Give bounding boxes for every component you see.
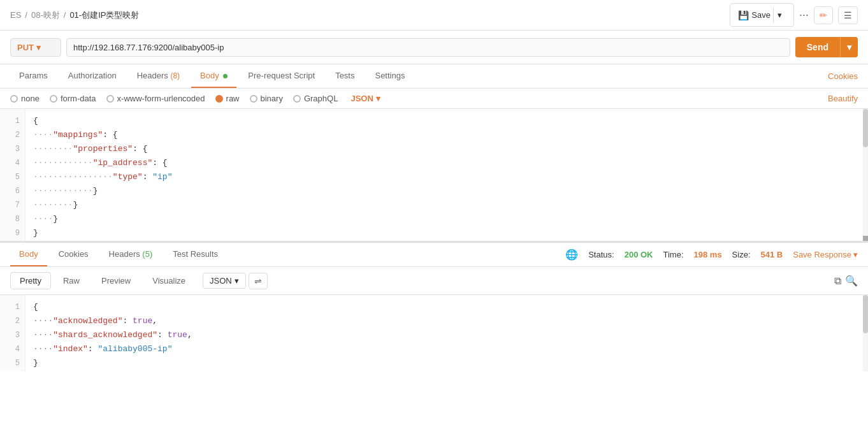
resp-code-content: { ····"acknowledged": true, ····"shards_… — [25, 295, 868, 372]
tab-params[interactable]: Params — [10, 64, 57, 88]
size-label: Size: — [732, 250, 751, 259]
body-type-binary[interactable]: binary — [250, 94, 283, 103]
code-line-3: ········"properties": { — [33, 142, 860, 156]
tab-settings[interactable]: Settings — [366, 64, 414, 88]
resp-line-4: ····"index": "alibaby005-ip" — [33, 342, 860, 356]
send-chevron[interactable]: ▾ — [840, 37, 858, 57]
more-button[interactable]: ··· — [799, 8, 809, 22]
search-response-button[interactable]: 🔍 — [845, 275, 858, 287]
body-type-none[interactable]: none — [10, 94, 40, 103]
method-chevron: ▾ — [36, 43, 41, 52]
save-response-chevron: ▾ — [853, 250, 858, 259]
url-input[interactable] — [66, 38, 790, 57]
radio-formdata — [50, 95, 57, 103]
save-response-label: Save Response — [793, 250, 851, 259]
beautify-button[interactable]: Beautify — [828, 94, 858, 103]
request-tabs: Params Authorization Headers (8) Body Pr… — [0, 64, 868, 89]
copy-response-button[interactable]: ⧉ — [834, 275, 841, 287]
resp-tab-cookies[interactable]: Cookies — [50, 243, 98, 266]
body-type-urlencoded[interactable]: x-www-form-urlencoded — [106, 94, 205, 103]
resp-tab-test-results[interactable]: Test Results — [164, 243, 227, 266]
json-format-select[interactable]: JSON ▾ — [351, 94, 380, 103]
wrap-button[interactable]: ⇌ — [249, 273, 268, 289]
radio-none — [10, 95, 18, 103]
resp-tab-body[interactable]: Body — [10, 243, 47, 266]
resp-view-raw[interactable]: Raw — [54, 272, 89, 289]
breadcrumb: ES / 08-映射 / 01-创建IP类型映射 — [10, 10, 139, 21]
top-actions: 💾 Save ▾ ··· ✏ ☰ — [730, 3, 858, 27]
scrollbar-thumb[interactable] — [863, 109, 868, 147]
resp-line-1: { — [33, 300, 860, 314]
body-types: none form-data x-www-form-urlencoded raw… — [0, 89, 868, 109]
time-value: 198 ms — [694, 250, 722, 259]
resp-scrollbar-track[interactable] — [863, 295, 868, 372]
resp-json-label: JSON — [210, 276, 232, 286]
status-label: Status: — [588, 250, 614, 259]
code-scroll[interactable]: 1 2 3 4 5 6 7 8 9 { ····"mappings": { ··… — [0, 109, 868, 241]
response-code-area: 1 2 3 4 5 { ····"acknowledged": true, ··… — [0, 295, 868, 372]
resp-view-preview[interactable]: Preview — [92, 272, 140, 289]
tab-tests[interactable]: Tests — [326, 64, 363, 88]
label-graphql: GraphQL — [304, 94, 338, 103]
code-line-5: ················"type": "ip" — [33, 170, 860, 184]
send-label: Send — [795, 37, 840, 57]
save-icon: 💾 — [738, 10, 749, 20]
code-line-4: ············"ip_address": { — [33, 156, 860, 170]
breadcrumb-part1: ES — [10, 10, 21, 20]
resp-code-scroll[interactable]: 1 2 3 4 5 { ····"acknowledged": true, ··… — [0, 295, 868, 372]
code-line-1: { — [33, 114, 860, 128]
body-type-raw[interactable]: raw — [215, 94, 240, 103]
top-bar: ES / 08-映射 / 01-创建IP类型映射 💾 Save ▾ ··· ✏ … — [0, 0, 868, 31]
breadcrumb-part2: 08-映射 — [31, 10, 60, 21]
save-chevron[interactable]: ▾ — [773, 7, 786, 23]
method-label: PUT — [17, 43, 34, 52]
tab-pre-request[interactable]: Pre-request Script — [239, 64, 324, 88]
method-select[interactable]: PUT ▾ — [10, 38, 61, 57]
headers-badge: (8) — [170, 71, 180, 80]
breadcrumb-part3: 01-创建IP类型映射 — [69, 10, 139, 21]
json-chevron: ▾ — [376, 94, 380, 103]
code-line-9: } — [33, 226, 860, 240]
body-dot — [223, 74, 228, 78]
response-status: 🌐 Status: 200 OK Time: 198 ms Size: 541 … — [565, 249, 858, 261]
tab-headers[interactable]: Headers (8) — [128, 64, 189, 88]
size-value: 541 B — [761, 250, 783, 259]
breadcrumb-sep2: / — [64, 10, 66, 20]
resp-line-numbers: 1 2 3 4 5 — [0, 295, 25, 372]
label-none: none — [21, 94, 40, 103]
resp-scrollbar-thumb[interactable] — [863, 295, 868, 333]
comment-icon: ☰ — [844, 10, 852, 20]
edit-button[interactable]: ✏ — [814, 6, 833, 24]
body-type-graphql[interactable]: GraphQL — [293, 94, 338, 103]
response-area: Body Cookies Headers (5) Test Results 🌐 … — [0, 243, 868, 372]
request-code-area: 1 2 3 4 5 6 7 8 9 { ····"mappings": { ··… — [0, 109, 868, 243]
label-raw: raw — [226, 94, 240, 103]
save-button[interactable]: 💾 Save ▾ — [730, 3, 794, 27]
resp-line-3: ····"shards_acknowledged": true, — [33, 328, 860, 342]
resp-line-2: ····"acknowledged": true, — [33, 314, 860, 328]
code-line-8: ····} — [33, 212, 860, 226]
cookies-link[interactable]: Cookies — [828, 71, 858, 81]
wrap-icon: ⇌ — [254, 276, 262, 286]
label-urlencoded: x-www-form-urlencoded — [117, 94, 205, 103]
tab-authorization[interactable]: Authorization — [59, 64, 126, 88]
resp-view-visualize[interactable]: Visualize — [143, 272, 195, 289]
code-content[interactable]: { ····"mappings": { ········"properties"… — [25, 109, 868, 241]
scrollbar-corner — [863, 236, 868, 241]
comment-button[interactable]: ☰ — [838, 6, 858, 24]
body-type-formdata[interactable]: form-data — [50, 94, 96, 103]
resp-json-select[interactable]: JSON ▾ — [203, 273, 246, 289]
save-label: Save — [751, 10, 770, 20]
response-tabs: Body Cookies Headers (5) Test Results 🌐 … — [0, 243, 868, 267]
resp-tab-headers[interactable]: Headers (5) — [100, 243, 162, 266]
scrollbar-track[interactable] — [863, 109, 868, 241]
json-format-label: JSON — [351, 94, 373, 103]
code-line-6: ············} — [33, 184, 860, 198]
code-line-2: ····"mappings": { — [33, 128, 860, 142]
send-button[interactable]: Send ▾ — [795, 37, 858, 57]
resp-view-pretty[interactable]: Pretty — [10, 272, 51, 289]
tab-body[interactable]: Body — [191, 64, 236, 88]
radio-binary — [250, 95, 257, 103]
save-response-button[interactable]: Save Response ▾ — [793, 250, 858, 259]
resp-line-5: } — [33, 356, 860, 370]
